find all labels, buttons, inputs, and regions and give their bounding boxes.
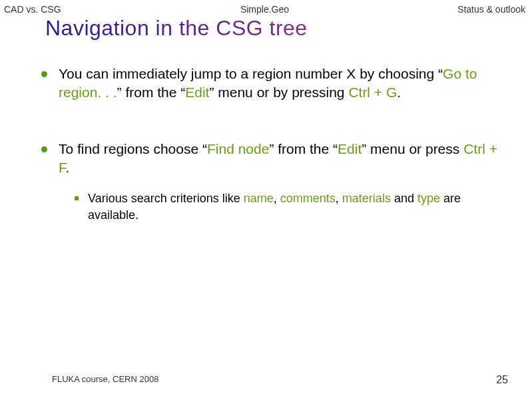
text: ” menu or by pressing: [209, 85, 348, 100]
sub-bullet-criteria: Various search criterions like name, com…: [69, 190, 500, 223]
tab-cad-vs-csg[interactable]: CAD vs. CSG: [3, 4, 178, 15]
tab-simplegeo[interactable]: Simple.Geo: [178, 4, 352, 15]
keyword-ctrl-g: Ctrl + G: [348, 85, 397, 100]
bullet-find-node: To find regions choose “Find node” from …: [32, 140, 500, 223]
text: You can immediately jump to a region num…: [59, 66, 443, 81]
text: Various search criterions like: [88, 192, 244, 205]
keyword-name: name: [244, 192, 274, 205]
text: ” menu or press: [362, 141, 463, 156]
text: and: [391, 192, 417, 205]
bullet-goto-region: You can immediately jump to a region num…: [32, 65, 500, 102]
keyword-edit: Edit: [185, 85, 209, 100]
text: ” from the “: [117, 85, 186, 100]
text: To find regions choose “: [59, 141, 207, 156]
keyword-type: type: [417, 192, 440, 205]
text: .: [397, 85, 401, 100]
slide-title: Navigation in the CSG tree: [0, 15, 532, 51]
text: .: [66, 160, 70, 175]
footer-text: FLUKA course, CERN 2008: [52, 374, 158, 386]
page-number: 25: [496, 374, 508, 386]
keyword-find-node: Find node: [207, 141, 269, 156]
tab-bar: CAD vs. CSG Simple.Geo Status & outlook: [0, 0, 532, 15]
text: ,: [336, 192, 342, 205]
slide-footer: FLUKA course, CERN 2008 25: [0, 374, 532, 386]
tab-status-outlook[interactable]: Status & outlook: [352, 4, 527, 15]
keyword-edit: Edit: [338, 141, 362, 156]
text: ,: [274, 192, 280, 205]
keyword-comments: comments: [280, 192, 336, 205]
text: ” from the “: [269, 141, 338, 156]
keyword-materials: materials: [342, 192, 391, 205]
slide-content: You can immediately jump to a region num…: [0, 51, 532, 223]
